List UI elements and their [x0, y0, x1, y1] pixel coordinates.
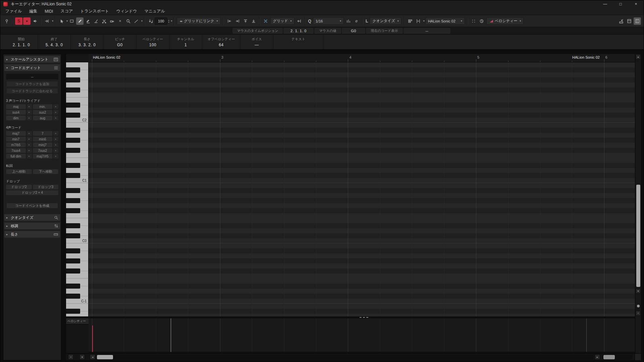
menu-item-ウィンドウ[interactable]: ウィンドウ	[113, 8, 141, 15]
chord-flyout-arrow[interactable]: ▸	[27, 148, 32, 153]
match-chord-track-button[interactable]: コードトラックに合わせる	[7, 88, 58, 94]
draw-tool[interactable]	[76, 17, 84, 25]
white-key[interactable]	[66, 158, 88, 163]
zoom-tool[interactable]	[124, 17, 132, 25]
open-in-lower-zone-button[interactable]	[618, 17, 625, 25]
drop-2-4-button[interactable]: ドロップ2 + 4	[6, 190, 58, 195]
nudge-end-right-button[interactable]	[234, 17, 241, 25]
chord-button-sus2[interactable]: sus2	[33, 110, 53, 115]
vzoom-in-button[interactable]: +	[636, 311, 641, 316]
menu-item-編集[interactable]: 編集	[25, 8, 41, 15]
info-field[interactable]: ボイス—	[240, 35, 273, 49]
white-key[interactable]	[66, 289, 88, 294]
black-key[interactable]	[66, 258, 88, 263]
info-field[interactable]: チャンネル1	[169, 35, 202, 49]
white-key[interactable]	[66, 133, 88, 138]
white-key[interactable]	[66, 243, 88, 248]
erase-tool[interactable]	[84, 17, 92, 25]
nudge-down-button[interactable]	[250, 17, 257, 25]
white-key[interactable]	[66, 304, 88, 309]
white-key[interactable]	[66, 213, 88, 218]
black-key[interactable]	[66, 103, 88, 108]
vzoom-thumb[interactable]	[637, 305, 640, 307]
piano-keyboard[interactable]: C2C1C0C-1	[66, 62, 89, 316]
setup-window-layout-button[interactable]	[634, 17, 641, 25]
scroll-right-button[interactable]: ▸	[595, 354, 600, 360]
glue-tool[interactable]	[108, 17, 116, 25]
hzoom-thumb[interactable]	[603, 355, 615, 359]
black-key[interactable]	[66, 198, 88, 203]
vscroll-thumb[interactable]	[636, 185, 640, 287]
range-selection-tool[interactable]	[68, 17, 75, 25]
chord-flyout-arrow[interactable]: ▸	[27, 137, 32, 141]
white-key[interactable]	[66, 143, 88, 148]
white-key[interactable]	[66, 218, 88, 223]
chord-button-7sus2[interactable]: 7sus2	[33, 148, 53, 153]
scroll-up-button[interactable]: ▴	[636, 54, 641, 59]
window-layout-button[interactable]	[626, 17, 633, 25]
chevron-down-icon[interactable]: ▾	[423, 19, 425, 22]
white-key[interactable]	[66, 228, 88, 233]
controller-lane-selector[interactable]: ベロシティー	[66, 318, 89, 324]
autoscroll-button[interactable]	[43, 17, 51, 25]
info-field[interactable]: 長さ3. 3. 2. 0	[71, 35, 104, 49]
white-key[interactable]: C0	[66, 238, 88, 243]
link-to-grid-dropdown[interactable]: ◂▸ グリッドにリンク ▾	[177, 17, 220, 25]
black-key[interactable]	[66, 67, 88, 72]
chord-flyout-arrow[interactable]: ▸	[53, 148, 58, 153]
menu-item-MIDI[interactable]: MIDI	[41, 8, 57, 15]
black-key[interactable]	[66, 233, 88, 238]
grid-type-dropdown[interactable]: グリッド ▾	[270, 17, 294, 25]
white-key[interactable]	[66, 314, 88, 316]
black-key[interactable]	[66, 208, 88, 213]
white-key[interactable]	[66, 153, 88, 158]
lane-resize-handle[interactable]	[360, 317, 368, 318]
part-selector-dropdown[interactable]: HALion Sonic 02 ▾	[425, 17, 465, 25]
scroll-down-button[interactable]: ▾	[636, 289, 641, 294]
close-button[interactable]: ×	[628, 0, 644, 8]
panel-quantize[interactable]: ▸ クオンタイズ	[4, 214, 60, 221]
info-field[interactable]: ベロシティー100	[137, 35, 169, 49]
chord-button-min.[interactable]: min.	[33, 104, 53, 109]
velocity-spinner[interactable]: ▴▾	[168, 19, 169, 23]
menu-item-マニュアル[interactable]: マニュアル	[141, 8, 168, 15]
menu-item-スコア[interactable]: スコア	[57, 8, 76, 15]
white-key[interactable]	[66, 82, 88, 87]
black-key[interactable]	[66, 87, 88, 93]
chord-button-minj7[interactable]: minj7	[33, 142, 53, 147]
length-quantize-dropdown[interactable]: クオンタイズ ▾	[370, 17, 401, 25]
iterative-quantize-button[interactable]	[345, 17, 352, 25]
chord-button-7[interactable]: 7	[33, 131, 53, 136]
step-input-button[interactable]	[470, 17, 477, 25]
white-key[interactable]	[66, 62, 88, 67]
black-key[interactable]	[66, 77, 88, 82]
chord-flyout-arrow[interactable]: ▸	[27, 104, 32, 109]
chord-button-full dim[interactable]: full dim	[6, 154, 26, 159]
panel-scale-assistant[interactable]: ▸ スケールアシスタント	[4, 56, 60, 63]
chord-flyout-arrow[interactable]: ▸	[27, 116, 32, 120]
maximize-button[interactable]: □	[613, 0, 628, 8]
chevron-down-icon[interactable]: ▾	[66, 19, 68, 22]
white-key[interactable]: C1	[66, 178, 88, 183]
white-key[interactable]	[66, 168, 88, 173]
white-key[interactable]	[66, 279, 88, 284]
quantize-preset-dropdown[interactable]: 1/16 ▾	[313, 17, 344, 25]
add-chord-track-button[interactable]: コードトラックを追加	[7, 81, 58, 86]
white-key[interactable]: C2	[66, 118, 88, 123]
timeline-ruler[interactable]: 3456HALion Sonic 02HALion Sonic 02	[89, 54, 635, 62]
chord-button-min6[interactable]: min6	[33, 137, 53, 141]
black-key[interactable]	[66, 309, 88, 314]
insert-velocity-value[interactable]: 100	[155, 17, 167, 25]
chord-button-7sus4[interactable]: 7sus4	[6, 148, 26, 153]
record-in-editor-button[interactable]: ●	[23, 17, 31, 25]
white-key[interactable]	[66, 123, 88, 128]
chord-button-下へ移動[interactable]: 下へ移動	[33, 169, 59, 174]
panel-transpose[interactable]: ▸ 移調	[4, 223, 60, 229]
black-key[interactable]	[66, 113, 88, 118]
menu-item-トランスポート[interactable]: トランスポート	[76, 8, 113, 15]
black-key[interactable]	[66, 294, 88, 299]
white-key[interactable]	[66, 274, 88, 279]
white-key[interactable]	[66, 98, 88, 103]
info-field[interactable]: テキスト	[273, 35, 324, 49]
chord-button-sus4[interactable]: sus4	[6, 110, 26, 115]
